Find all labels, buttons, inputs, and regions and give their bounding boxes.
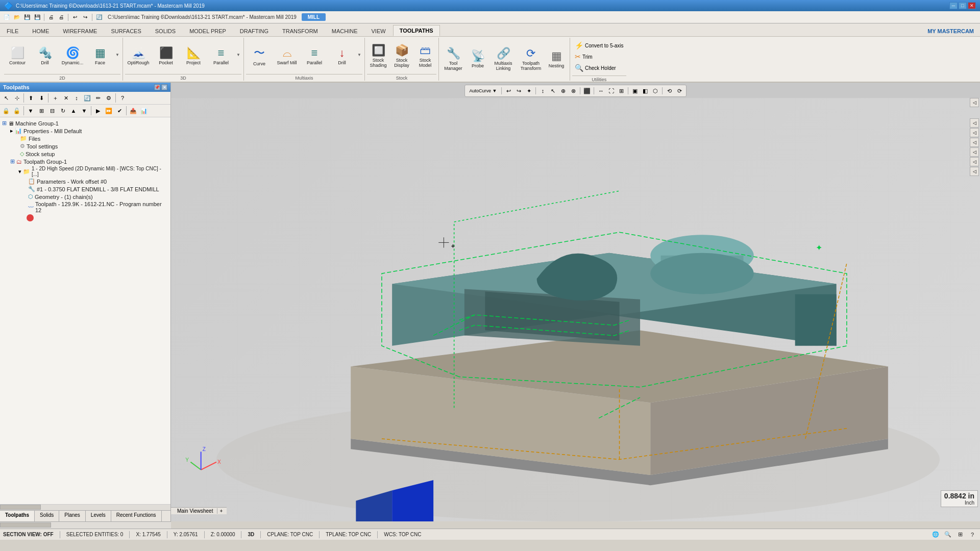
qa-save[interactable]: 💾 xyxy=(22,13,32,22)
multiaxis-more-arrow[interactable]: ▼ xyxy=(356,53,362,59)
qa-print[interactable]: 🖨 xyxy=(46,13,56,22)
tree-toolpath-item[interactable]: 〰 Toolpath - 129.9K - 1612-21.NC - Progr… xyxy=(26,201,169,214)
swarf-mill-button[interactable]: ⌓ Swarf Mill xyxy=(274,40,300,72)
vp-right-btn2[interactable]: ◁ xyxy=(970,118,979,128)
stock-shading-button[interactable]: 🔲 Stock Shading xyxy=(367,40,389,72)
panel-select2-tool[interactable]: ⊹ xyxy=(12,93,22,103)
panel-down[interactable]: ▼ xyxy=(79,106,89,116)
panel-pin-button[interactable]: 📌 xyxy=(154,84,160,90)
dynamic-mill-button[interactable]: 🌀 Dynamic... xyxy=(59,40,86,72)
panel-toggle[interactable]: ↕ xyxy=(71,93,82,103)
drill-button[interactable]: 🔩 Drill xyxy=(32,40,58,72)
vp-btn7[interactable]: ⊗ xyxy=(569,86,578,95)
panel-edit[interactable]: ✏ xyxy=(93,93,103,103)
tab-transform[interactable]: TRANSFORM xyxy=(276,26,325,36)
tab-toolpaths[interactable]: TOOLPATHS xyxy=(393,25,440,36)
qa-print-preview[interactable]: 🖨 xyxy=(57,13,66,22)
vp-right-btn6[interactable]: ◁ xyxy=(970,157,979,166)
optirough-button[interactable]: 🗻 OptiRough xyxy=(125,40,152,72)
trim-button[interactable]: ✂ Trim xyxy=(572,51,626,62)
tab-solids[interactable]: SOLIDS xyxy=(149,26,182,36)
qa-save-as[interactable]: 💾 xyxy=(33,13,42,22)
vp-btn16[interactable]: ⟳ xyxy=(675,86,684,95)
close-button[interactable]: ✕ xyxy=(968,2,976,9)
vp-btn8[interactable]: ⬛ xyxy=(582,86,592,95)
vp-btn4[interactable]: ↕ xyxy=(538,86,547,95)
add-viewsheet-btn[interactable]: + xyxy=(217,508,225,514)
vp-btn12[interactable]: ▣ xyxy=(630,86,640,95)
project-button[interactable]: 📐 Project xyxy=(180,40,207,72)
panel-add[interactable]: ＋ xyxy=(50,93,60,103)
parallel-multi-button[interactable]: ≡ Parallel xyxy=(301,40,328,72)
qa-regen[interactable]: 🔄 xyxy=(94,13,104,22)
viewport[interactable]: AutoCurve ▼ ↩ ↪ ✦ ↕ ↖ ⊕ ⊗ ⬛ ↔ ⛶ ⊞ ▣ ◧ ⬡ … xyxy=(171,83,980,521)
panel-move-down[interactable]: ⬇ xyxy=(36,93,46,103)
vp-right-btn1[interactable]: ◁ xyxy=(970,98,979,107)
tab-toolpaths[interactable]: Toolpaths xyxy=(0,511,35,521)
panel-delete[interactable]: ✕ xyxy=(61,93,71,103)
vp-right-btn4[interactable]: ◁ xyxy=(970,138,979,147)
vp-btn11[interactable]: ⊞ xyxy=(617,86,626,95)
qa-redo[interactable]: ↪ xyxy=(81,13,90,22)
status-screen-btn[interactable]: ⊞ xyxy=(955,530,965,539)
panel-regen[interactable]: 🔄 xyxy=(82,93,92,103)
tree-2d-highspeed[interactable]: ▾ 📁 1 - 2D High Speed (2D Dynamic Mill) … xyxy=(17,165,169,178)
qa-open[interactable]: 📂 xyxy=(12,13,21,22)
stock-display-button[interactable]: 📦 Stock Display xyxy=(390,40,413,72)
3d-more-arrow[interactable]: ▼ xyxy=(235,53,241,59)
tab-levels[interactable]: Levels xyxy=(86,511,111,521)
tab-surfaces[interactable]: SURFACES xyxy=(104,26,148,36)
panel-select-tool[interactable]: ↖ xyxy=(1,93,11,103)
parallel-3d-button[interactable]: ≡ Parallel xyxy=(208,40,234,72)
nesting-button[interactable]: ▦ Nesting xyxy=(545,43,568,75)
2d-more-arrow[interactable]: ▼ xyxy=(114,53,120,59)
panel-params[interactable]: ⚙ xyxy=(104,93,114,103)
panel-collapse[interactable]: ⊟ xyxy=(47,106,57,116)
vp-btn3[interactable]: ✦ xyxy=(524,86,533,95)
vp-autocurve[interactable]: AutoCurve ▼ xyxy=(467,86,500,95)
status-globe-btn[interactable]: 🌐 xyxy=(931,530,940,539)
vp-btn14[interactable]: ⬡ xyxy=(651,86,660,95)
panel-filter[interactable]: ▼ xyxy=(26,106,36,116)
tree-endmill[interactable]: 🔧 #1 - 0.3750 FLAT ENDMILL - 3/8 FLAT EN… xyxy=(26,185,169,193)
qa-new[interactable]: 📄 xyxy=(2,13,11,22)
status-help-btn[interactable]: ? xyxy=(968,530,977,539)
vp-btn15[interactable]: ⟲ xyxy=(665,86,674,95)
qa-undo[interactable]: ↩ xyxy=(70,13,80,22)
vp-btn5[interactable]: ↖ xyxy=(548,86,557,95)
vp-btn9[interactable]: ↔ xyxy=(596,86,605,95)
vp-btn1[interactable]: ↩ xyxy=(504,86,513,95)
tab-planes[interactable]: Planes xyxy=(59,511,86,521)
tree-machine-group[interactable]: ⊞ 🖥 Machine Group-1 xyxy=(1,119,169,127)
tree-tool-settings[interactable]: ⚙ Tool settings xyxy=(17,142,169,150)
tab-solids[interactable]: Solids xyxy=(35,511,59,521)
toolpath-transform-button[interactable]: ⟳ Toolpath Transform xyxy=(518,43,544,75)
tab-home[interactable]: HOME xyxy=(26,26,56,36)
check-holder-button[interactable]: 🔍 Check Holder xyxy=(572,62,626,73)
stock-model-button[interactable]: 🗃 Stock Model xyxy=(414,40,436,72)
panel-scrollbar[interactable] xyxy=(0,504,170,510)
multiaxis-linking-button[interactable]: 🔗 Multiaxis Linking xyxy=(490,43,517,75)
tree-toolpath-group[interactable]: ⊞ 🗂 Toolpath Group-1 xyxy=(9,158,169,165)
tab-recent-functions[interactable]: Recent Functions xyxy=(111,511,162,521)
tree-geometry[interactable]: ⬡ Geometry - (1) chain(s) xyxy=(26,193,169,201)
tree-play-item[interactable] xyxy=(26,214,169,222)
panel-simulate[interactable]: ▶ xyxy=(93,106,103,116)
tree-files[interactable]: 📁 Files xyxy=(17,135,169,142)
face-button[interactable]: ▦ Face xyxy=(87,40,113,72)
horizontal-scrollbar[interactable] xyxy=(0,521,171,529)
tab-file[interactable]: FILE xyxy=(0,26,25,36)
main-viewsheet-tab[interactable]: Main Viewsheet xyxy=(173,508,217,514)
tab-view[interactable]: VIEW xyxy=(365,26,393,36)
vp-btn13[interactable]: ◧ xyxy=(641,86,650,95)
panel-unlock[interactable]: 🔓 xyxy=(12,106,22,116)
panel-refresh[interactable]: ↻ xyxy=(58,106,68,116)
status-zoom-btn[interactable]: 🔍 xyxy=(943,530,952,539)
vp-btn10[interactable]: ⛶ xyxy=(606,86,616,95)
tool-manager-button[interactable]: 🔧 Tool Manager xyxy=(441,43,465,75)
tab-drafting[interactable]: DRAFTING xyxy=(233,26,275,36)
vp-right-btn3[interactable]: ◁ xyxy=(970,128,979,137)
tab-model-prep[interactable]: MODEL PREP xyxy=(183,26,233,36)
pocket-button[interactable]: ⬛ Pocket xyxy=(153,40,179,72)
convert-5axis-button[interactable]: ⚡ Convert to 5-axis xyxy=(572,40,626,51)
